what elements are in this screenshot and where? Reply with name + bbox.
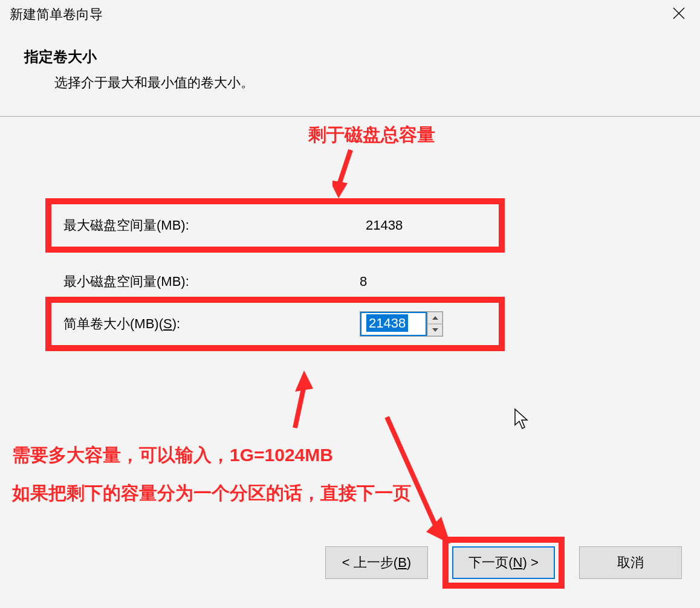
page-subtitle: 选择介于最大和最小值的卷大小。	[24, 74, 676, 92]
chevron-up-icon	[432, 316, 438, 320]
volume-size-input[interactable]: 21438	[360, 312, 427, 336]
annotation-bottom: 需要多大容量，可以输入，1G=1024MB 如果把剩下的容量分为一个分区的话，直…	[12, 436, 411, 512]
arrow-icon	[332, 147, 369, 201]
arrow-icon	[283, 367, 319, 434]
min-space-label: 最小磁盘空间量(MB):	[63, 273, 189, 291]
simple-volume-row: 简单卷大小(MB)(S): 21438	[45, 297, 505, 351]
back-button[interactable]: < 上一步(B)	[325, 546, 428, 579]
annotation-line-2: 如果把剩下的容量分为一个分区的话，直接下一页	[12, 474, 411, 512]
svg-line-8	[387, 417, 438, 532]
spinner-down-button[interactable]	[427, 324, 442, 336]
svg-line-2	[339, 150, 351, 186]
arrow-icon	[381, 411, 459, 550]
spinner-buttons	[427, 312, 442, 336]
max-space-value: 21438	[366, 218, 403, 233]
header-section: 指定卷大小 选择介于最大和最小值的卷大小。	[0, 29, 700, 116]
content-area: 剩于磁盘总容量 最大磁盘空间量(MB): 21438 最小磁盘空间量(MB): …	[0, 117, 700, 516]
close-icon	[672, 7, 685, 20]
svg-marker-4	[432, 316, 438, 320]
window-title: 新建简单卷向导	[10, 5, 103, 24]
titlebar: 新建简单卷向导	[0, 0, 700, 29]
spinner-up-button[interactable]	[427, 312, 442, 324]
svg-line-6	[295, 386, 304, 428]
next-button[interactable]: 下一页(N) >	[452, 546, 555, 579]
page-title: 指定卷大小	[24, 47, 676, 66]
cursor-icon	[514, 408, 531, 431]
max-space-label: 最大磁盘空间量(MB):	[63, 216, 189, 234]
svg-marker-7	[295, 370, 313, 392]
simple-volume-label: 简单卷大小(MB)(S):	[63, 315, 180, 333]
min-space-value: 8	[360, 274, 367, 289]
svg-marker-5	[432, 328, 438, 332]
annotation-line-1: 需要多大容量，可以输入，1G=1024MB	[12, 436, 411, 474]
button-row: < 上一步(B) 下一页(N) > 取消	[325, 537, 682, 589]
cancel-button[interactable]: 取消	[579, 546, 682, 579]
volume-size-spinner[interactable]: 21438	[360, 311, 443, 337]
chevron-down-icon	[432, 328, 438, 332]
next-button-highlight: 下一页(N) >	[442, 537, 565, 589]
max-space-row: 最大磁盘空间量(MB): 21438	[45, 198, 505, 253]
svg-marker-3	[332, 180, 348, 198]
close-button[interactable]	[667, 5, 690, 24]
annotation-top: 剩于磁盘总容量	[308, 123, 435, 147]
